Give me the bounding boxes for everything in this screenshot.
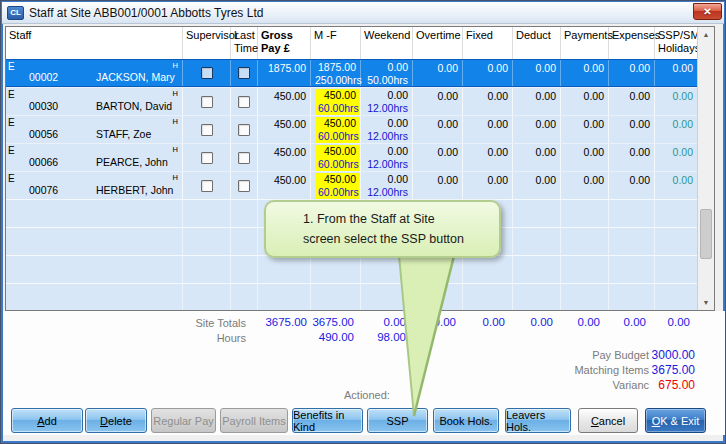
column-header-fixed[interactable]: Fixed	[463, 27, 513, 59]
cell-payments: 0.00	[561, 144, 609, 171]
empty-cell	[183, 200, 231, 227]
cell-mf: 450.0060.00hrs	[311, 172, 361, 199]
last-time-checkbox[interactable]	[238, 96, 250, 108]
empty-cell	[513, 200, 561, 227]
cell-mf: 1875.00250.00hrs	[311, 60, 361, 86]
employee-prefix: E	[8, 173, 15, 184]
mf-hours: 250.00hrs	[311, 74, 360, 87]
cell-weekend: 0.0012.00hrs	[361, 172, 413, 199]
mf-hours: 60.00hrs	[315, 158, 359, 171]
column-header-overtime[interactable]: Overtime	[413, 27, 463, 59]
cell-staff: EH00030BARTON, David	[6, 88, 183, 115]
vertical-scrollbar[interactable]: ▲ ▼	[697, 27, 714, 310]
cell-ssp: 0.00	[655, 60, 697, 86]
cell-expenses: 0.00	[609, 172, 655, 199]
site-total-gross: 3675.00	[265, 316, 307, 328]
table-row[interactable]: EH00030BARTON, David450.00450.0060.00hrs…	[6, 87, 697, 115]
cell-payments: 0.00	[561, 60, 609, 86]
cell-mf: 450.0060.00hrs	[311, 144, 361, 171]
column-header-deduct[interactable]: Deduct	[513, 27, 561, 59]
last-time-checkbox[interactable]	[238, 180, 250, 192]
empty-cell	[561, 200, 609, 227]
empty-cell	[258, 284, 311, 310]
leavers-hols-button[interactable]: Leavers Hols.	[505, 408, 571, 433]
column-header-staff[interactable]: Staff	[6, 27, 183, 59]
regular-pay-button: Regular Pay	[151, 408, 216, 433]
add-button[interactable]: Add	[11, 408, 83, 433]
table-body: EH00002JACKSON, Mary1875.001875.00250.00…	[6, 59, 697, 310]
table-header-row: StaffSupervisorLast TimeGross Pay £M -FW…	[6, 27, 697, 59]
cell-deduct: 0.00	[513, 88, 561, 115]
column-header-mf[interactable]: M -F	[311, 27, 361, 59]
window-frame: CL Staff at Site ABB001/0001 Abbotts Tyr…	[0, 0, 726, 444]
scrollbar-thumb[interactable]	[700, 209, 712, 259]
table-row[interactable]: EH00066PEARCE, John450.00450.0060.00hrs0…	[6, 143, 697, 171]
cell-ssp: 0.00	[655, 116, 697, 143]
cell-supervisor	[183, 144, 231, 171]
employee-prefix: E	[8, 117, 15, 128]
cell-gross: 450.00	[258, 116, 311, 143]
cell-deduct: 0.00	[513, 172, 561, 199]
weekend-value: 0.00	[361, 117, 412, 130]
empty-cell	[231, 256, 258, 283]
app-icon: CL	[7, 6, 24, 20]
column-header-supervisor[interactable]: Supervisor	[183, 27, 231, 59]
benefits-in-kind-button[interactable]: Benefits in Kind	[292, 408, 363, 433]
variance-label: Varianc	[613, 379, 649, 391]
cell-staff: EH00076HERBERT, John	[6, 172, 183, 199]
holiday-marker: H	[173, 173, 178, 182]
supervisor-checkbox[interactable]	[201, 96, 213, 108]
cell-last_time	[231, 88, 258, 115]
cell-supervisor	[183, 88, 231, 115]
cell-gross: 1875.00	[258, 60, 311, 86]
employee-prefix: E	[8, 89, 15, 100]
cancel-button[interactable]: Cancel	[578, 408, 638, 433]
column-header-last_time[interactable]: Last Time	[231, 27, 258, 59]
empty-cell	[6, 200, 183, 227]
weekend-hours: 12.00hrs	[361, 130, 412, 143]
empty-cell	[561, 256, 609, 283]
weekend-hours: 50.00hrs	[361, 74, 412, 87]
empty-cell	[561, 228, 609, 255]
holiday-marker: H	[173, 61, 178, 70]
delete-button[interactable]: Delete	[85, 408, 147, 433]
cell-ssp: 0.00	[655, 172, 697, 199]
empty-cell	[655, 256, 697, 283]
empty-cell	[513, 228, 561, 255]
tutorial-callout: 1. From the Staff at Sitescreen select t…	[264, 200, 501, 258]
supervisor-checkbox[interactable]	[201, 152, 213, 164]
weekend-value: 0.00	[361, 145, 412, 158]
site-total-payments: 0.00	[578, 316, 600, 328]
empty-cell	[463, 284, 513, 310]
cell-weekend: 0.0012.00hrs	[361, 116, 413, 143]
column-header-expenses[interactable]: Expenses	[609, 27, 655, 59]
table-row[interactable]: EH00002JACKSON, Mary1875.001875.00250.00…	[6, 59, 697, 87]
empty-cell	[655, 200, 697, 227]
title-bar[interactable]: CL Staff at Site ABB001/0001 Abbotts Tyr…	[2, 2, 724, 24]
column-header-gross[interactable]: Gross Pay £	[258, 27, 311, 59]
cell-staff: EH00066PEARCE, John	[6, 144, 183, 171]
column-header-ssp[interactable]: SSP/SMP Holidays	[655, 27, 697, 59]
supervisor-checkbox[interactable]	[201, 67, 213, 79]
last-time-checkbox[interactable]	[238, 124, 250, 136]
empty-cell	[463, 256, 513, 283]
empty-cell	[6, 228, 183, 255]
empty-table-row	[6, 283, 697, 310]
last-time-checkbox[interactable]	[238, 67, 250, 79]
scroll-up-icon[interactable]: ▲	[698, 27, 714, 42]
weekend-hours: 12.00hrs	[361, 186, 412, 199]
ok-exit-button[interactable]: OK & Exit	[645, 408, 706, 433]
supervisor-checkbox[interactable]	[201, 124, 213, 136]
last-time-checkbox[interactable]	[238, 152, 250, 164]
matching-items-value: 3675.00	[652, 363, 695, 377]
close-icon[interactable]: ✕	[693, 3, 722, 20]
scroll-down-icon[interactable]: ▼	[698, 295, 714, 310]
empty-cell	[561, 284, 609, 310]
button-bar: AddDeleteRegular PayPayroll ItemsBenefit…	[1, 408, 726, 434]
column-header-payments[interactable]: Payments	[561, 27, 609, 59]
table-row[interactable]: EH00056STAFF, Zoe450.00450.0060.00hrs0.0…	[6, 115, 697, 143]
weekend-value: 0.00	[361, 173, 412, 186]
column-header-weekend[interactable]: Weekend	[361, 27, 413, 59]
table-row[interactable]: EH00076HERBERT, John450.00450.0060.00hrs…	[6, 171, 697, 199]
supervisor-checkbox[interactable]	[201, 180, 213, 192]
